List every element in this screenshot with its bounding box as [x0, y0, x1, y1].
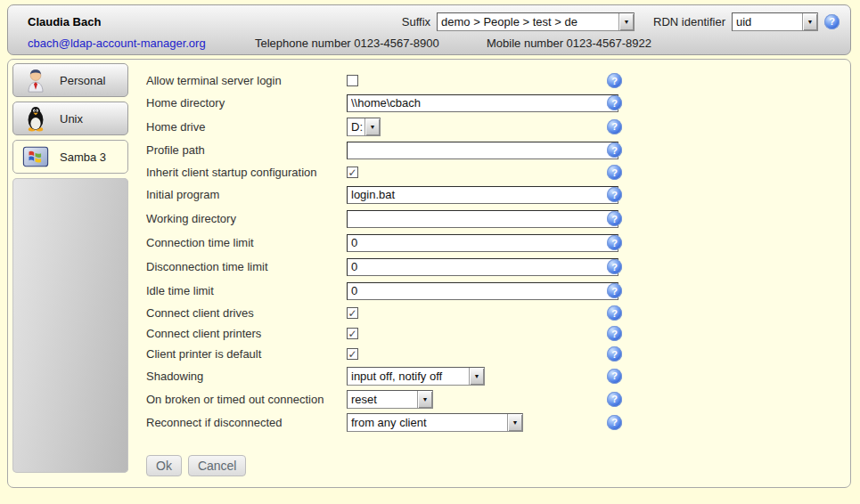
suffix-select-value: demo > People > test > de — [438, 13, 618, 30]
form-row-allow-terminal-server-login: Allow terminal server login? — [139, 70, 647, 91]
form-row-on-broken-or-timed-out-connection: On broken or timed out connectionreset▼? — [139, 387, 647, 411]
help-icon[interactable]: ? — [607, 259, 622, 274]
telephone-number: Telephone number 0123-4567-8900 — [255, 37, 439, 50]
form-row-disconnection-time-limit: Disconnection time limit? — [139, 255, 647, 279]
connect-client-drives-checkbox[interactable]: ✓ — [347, 307, 358, 319]
form-row-connect-client-printers: Connect client printers✓? — [139, 323, 647, 344]
field-label: Initial program — [146, 188, 347, 201]
tab-label: Unix — [60, 112, 83, 126]
home-drive-select[interactable]: D:▼ — [347, 118, 381, 136]
account-edit-panel: Personal Unix — [7, 59, 851, 488]
field-label: Home directory — [146, 96, 347, 110]
help-icon[interactable]: ? — [607, 283, 622, 298]
working-directory-input[interactable] — [347, 210, 618, 228]
rdn-identifier-label: RDN identifier — [653, 15, 725, 28]
suffix-select[interactable]: demo > People > test > de ▼ — [437, 12, 635, 31]
lam-page: Claudia Bach Suffix demo > People > test… — [0, 0, 860, 504]
header-controls: Suffix demo > People > test > de ▼ RDN i… — [402, 12, 840, 31]
select-value: from any client — [348, 414, 507, 431]
field-label: Inherit client startup configuration — [146, 166, 347, 179]
help-icon[interactable]: ? — [607, 165, 622, 180]
shadowing-select[interactable]: input off, notify off▼ — [347, 367, 485, 386]
connect-client-printers-checkbox[interactable]: ✓ — [347, 328, 358, 339]
person-icon — [22, 67, 49, 93]
tab-label: Personal — [60, 74, 105, 87]
form-row-connect-client-drives: Connect client drives✓? — [139, 303, 647, 323]
select-value: D: — [348, 118, 364, 135]
form-row-initial-program: Initial program? — [139, 183, 647, 207]
chevron-down-icon[interactable]: ▼ — [364, 118, 380, 135]
on-broken-or-timed-out-connection-select[interactable]: reset▼ — [347, 390, 433, 409]
rdn-identifier-select[interactable]: uid ▼ — [732, 12, 818, 31]
form-row-connection-time-limit: Connection time limit? — [139, 231, 647, 255]
form-row-profile-path: Profile path? — [139, 138, 647, 162]
help-icon[interactable]: ? — [607, 346, 622, 362]
form-row-idle-time-limit: Idle time limit? — [139, 279, 647, 303]
help-icon[interactable]: ? — [607, 415, 622, 430]
mobile-number: Mobile number 0123-4567-8922 — [487, 37, 651, 50]
help-icon[interactable]: ? — [607, 95, 622, 110]
field-label: Connect client printers — [146, 327, 347, 340]
rdn-select-value: uid — [733, 13, 802, 30]
disconnection-time-limit-input[interactable] — [347, 258, 618, 276]
field-label: Reconnect if disconnected — [146, 416, 347, 429]
email-link[interactable]: cbach@ldap-account-manager.org — [28, 37, 206, 50]
chevron-down-icon[interactable]: ▼ — [618, 13, 634, 30]
field-label: Idle time limit — [146, 284, 347, 297]
chevron-down-icon[interactable]: ▼ — [507, 414, 522, 431]
initial-program-input[interactable] — [347, 186, 618, 204]
chevron-down-icon[interactable]: ▼ — [417, 391, 432, 408]
tab-samba-3[interactable]: Samba 3 — [12, 140, 128, 174]
client-printer-is-default-checkbox[interactable]: ✓ — [347, 348, 358, 360]
samba-terminal-server-form: Allow terminal server login?Home directo… — [139, 70, 647, 476]
help-icon[interactable]: ? — [607, 305, 622, 321]
help-icon[interactable]: ? — [607, 326, 622, 341]
help-icon[interactable]: ? — [607, 392, 622, 407]
idle-time-limit-input[interactable] — [347, 282, 618, 300]
form-row-inherit-client-startup-configuration: Inherit client startup configuration✓? — [139, 162, 647, 183]
tab-unix[interactable]: Unix — [12, 102, 128, 135]
form-buttons: Ok Cancel — [139, 455, 647, 476]
inherit-client-startup-configuration-checkbox[interactable]: ✓ — [347, 167, 358, 178]
help-icon[interactable]: ? — [607, 369, 622, 384]
connection-time-limit-input[interactable] — [347, 234, 618, 252]
module-tabs: Personal Unix — [12, 63, 128, 473]
cancel-button[interactable]: Cancel — [188, 455, 247, 476]
form-row-reconnect-if-disconnected: Reconnect if disconnectedfrom any client… — [139, 411, 647, 434]
help-icon[interactable]: ? — [607, 235, 622, 250]
form-row-client-printer-is-default: Client printer is default✓? — [139, 344, 647, 364]
help-icon[interactable]: ? — [607, 187, 622, 202]
field-label: Client printer is default — [146, 347, 347, 361]
help-icon[interactable]: ? — [607, 211, 622, 226]
help-icon[interactable]: ? — [607, 142, 622, 158]
help-icon[interactable]: ? — [607, 119, 622, 134]
home-directory-input[interactable] — [347, 94, 618, 112]
tab-personal[interactable]: Personal — [12, 63, 128, 97]
account-header: Claudia Bach Suffix demo > People > test… — [7, 4, 851, 55]
form-row-working-directory: Working directory? — [139, 207, 647, 231]
help-icon[interactable]: ? — [824, 14, 840, 29]
reconnect-if-disconnected-select[interactable]: from any client▼ — [347, 413, 523, 432]
allow-terminal-server-login-checkbox[interactable] — [347, 75, 358, 86]
field-label: Shadowing — [146, 370, 347, 383]
header-row-1: Claudia Bach Suffix demo > People > test… — [8, 12, 840, 31]
form-row-shadowing: Shadowinginput off, notify off▼? — [139, 364, 647, 387]
account-name: Claudia Bach — [28, 15, 101, 28]
tab-column-filler — [12, 178, 128, 473]
windows-icon — [22, 143, 49, 170]
field-label: Working directory — [146, 212, 347, 225]
chevron-down-icon[interactable]: ▼ — [469, 368, 484, 385]
header-row-2: cbach@ldap-account-manager.org Telephone… — [8, 35, 850, 53]
help-icon[interactable]: ? — [607, 73, 622, 88]
form-row-home-directory: Home directory? — [139, 91, 647, 115]
suffix-label: Suffix — [402, 15, 430, 28]
ok-button[interactable]: Ok — [146, 455, 182, 476]
profile-path-input[interactable] — [347, 142, 618, 159]
field-label: Profile path — [146, 143, 347, 157]
field-label: Home drive — [146, 120, 347, 134]
chevron-down-icon[interactable]: ▼ — [802, 13, 817, 30]
tux-icon — [22, 105, 49, 132]
field-label: On broken or timed out connection — [146, 393, 347, 406]
select-value: reset — [348, 391, 417, 408]
select-value: input off, notify off — [348, 368, 469, 385]
